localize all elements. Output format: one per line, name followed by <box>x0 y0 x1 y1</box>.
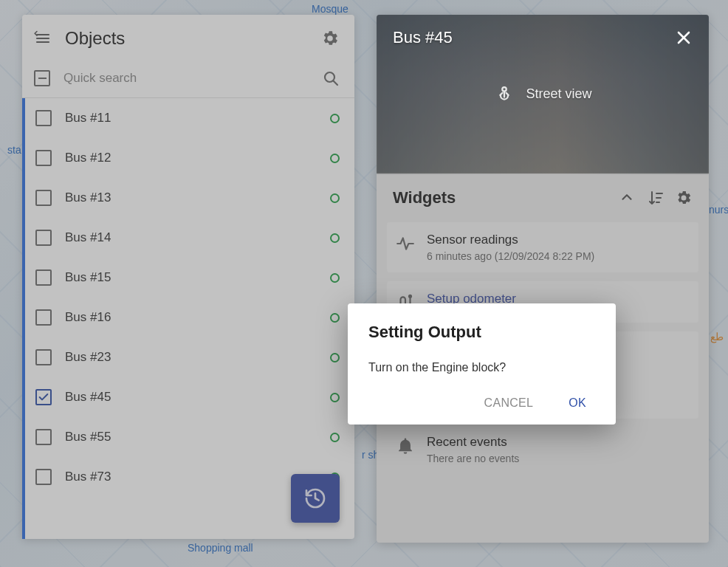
street-view-button[interactable]: Street view <box>493 83 591 105</box>
street-view-label: Street view <box>526 86 591 102</box>
close-icon[interactable] <box>675 29 693 47</box>
dialog-actions: CANCEL OK <box>368 396 595 410</box>
dialog-body: Turn on the Engine block? <box>368 361 595 374</box>
modal-overlay[interactable] <box>0 0 728 567</box>
cancel-button[interactable]: CANCEL <box>484 396 534 410</box>
detail-title: Bus #45 <box>393 28 666 47</box>
ok-button[interactable]: OK <box>569 396 586 410</box>
dialog-title: Setting Output <box>368 323 595 342</box>
svg-point-7 <box>503 87 507 92</box>
setting-output-dialog: Setting Output Turn on the Engine block?… <box>348 303 616 425</box>
